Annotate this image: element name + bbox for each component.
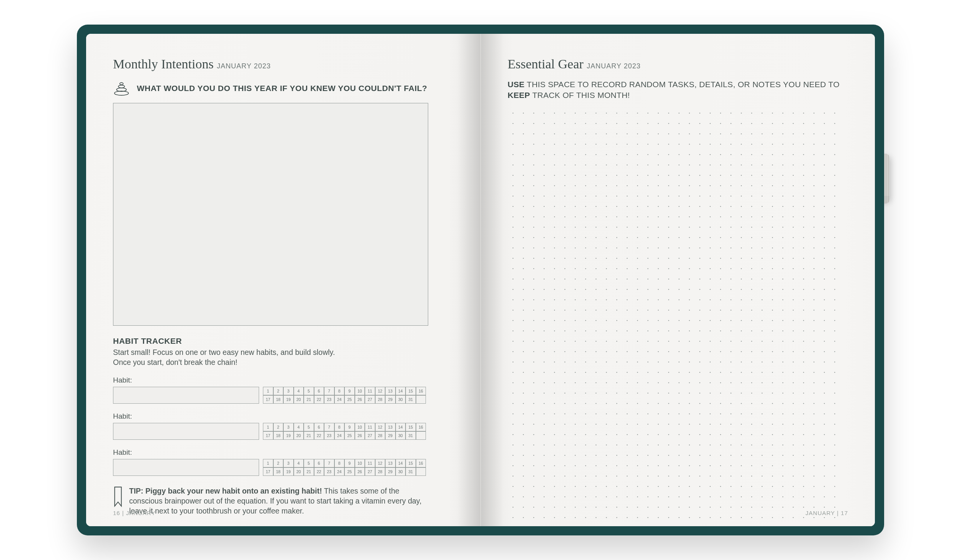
habit-day-cell[interactable]: 18 [273, 395, 284, 404]
habit-day-cell[interactable]: 2 [273, 423, 284, 431]
habit-day-cell[interactable]: 25 [344, 431, 355, 440]
habit-day-cell[interactable]: 30 [396, 431, 406, 440]
habit-day-cell[interactable]: 13 [385, 459, 396, 467]
habit-day-cell[interactable]: 28 [375, 395, 386, 404]
habit-day-cell[interactable]: 30 [396, 395, 406, 404]
habit-day-cell[interactable]: 3 [283, 423, 294, 431]
habit-day-cell[interactable]: 15 [406, 459, 416, 467]
habit-day-cell[interactable]: 6 [314, 459, 324, 467]
habit-day-cell[interactable]: 31 [406, 431, 416, 440]
habit-day-cell[interactable]: 29 [385, 431, 396, 440]
habit-day-cell[interactable]: 14 [396, 459, 406, 467]
habit-day-cell[interactable]: 20 [294, 395, 304, 404]
habit-day-cell[interactable]: 22 [314, 431, 324, 440]
habit-day-cell[interactable]: 13 [385, 387, 396, 395]
habit-day-cell[interactable]: 8 [334, 423, 345, 431]
habit-day-cell[interactable]: 27 [365, 431, 375, 440]
habit-day-cell[interactable]: 20 [294, 467, 304, 476]
habit-day-cell[interactable]: 21 [304, 395, 314, 404]
habit-day-cell[interactable]: 19 [283, 395, 294, 404]
habit-day-cell[interactable]: 2 [273, 387, 284, 395]
habit-day-cell[interactable]: 27 [365, 395, 375, 404]
habit-name-input[interactable] [113, 423, 259, 440]
habit-day-cell[interactable] [416, 395, 426, 404]
habit-day-cell[interactable]: 2 [273, 459, 284, 467]
habit-day-cell[interactable]: 4 [294, 423, 304, 431]
habit-day-cell[interactable]: 1 [263, 459, 273, 467]
habit-day-cell[interactable]: 21 [304, 431, 314, 440]
dot-grid-notes-area[interactable] [508, 108, 842, 519]
habit-day-cell[interactable]: 23 [324, 467, 334, 476]
habit-day-cell[interactable]: 6 [314, 423, 324, 431]
habit-day-cell[interactable]: 5 [304, 459, 314, 467]
habit-day-cell[interactable]: 8 [334, 387, 345, 395]
habit-day-cell[interactable]: 29 [385, 395, 396, 404]
habit-day-cell[interactable]: 10 [355, 459, 365, 467]
habit-day-cell[interactable]: 23 [324, 431, 334, 440]
habit-day-cell[interactable]: 7 [324, 387, 334, 395]
habit-day-cell[interactable]: 9 [344, 387, 355, 395]
habit-day-cell[interactable]: 23 [324, 395, 334, 404]
habit-day-cell[interactable]: 7 [324, 423, 334, 431]
habit-day-cell[interactable]: 24 [334, 395, 345, 404]
habit-day-cell[interactable]: 19 [283, 431, 294, 440]
habit-day-cell[interactable]: 12 [375, 459, 386, 467]
habit-day-cell[interactable]: 11 [365, 387, 375, 395]
habit-day-cell[interactable]: 30 [396, 467, 406, 476]
habit-day-cell[interactable]: 17 [263, 395, 273, 404]
habit-day-cell[interactable]: 4 [294, 387, 304, 395]
habit-day-cell[interactable]: 9 [344, 423, 355, 431]
habit-day-cell[interactable]: 31 [406, 467, 416, 476]
habit-day-cell[interactable]: 13 [385, 423, 396, 431]
habit-day-cell[interactable]: 17 [263, 467, 273, 476]
habit-day-cell[interactable]: 8 [334, 459, 345, 467]
habit-day-cell[interactable]: 15 [406, 423, 416, 431]
habit-day-cell[interactable] [416, 431, 426, 440]
habit-day-cell[interactable]: 28 [375, 431, 386, 440]
habit-name-input[interactable] [113, 459, 259, 476]
habit-day-cell[interactable]: 20 [294, 431, 304, 440]
habit-day-cell[interactable]: 15 [406, 387, 416, 395]
habit-day-cell[interactable]: 3 [283, 387, 294, 395]
habit-day-cell[interactable]: 12 [375, 387, 386, 395]
habit-day-cell[interactable]: 26 [355, 395, 365, 404]
habit-day-cell[interactable]: 26 [355, 467, 365, 476]
habit-day-cell[interactable]: 22 [314, 395, 324, 404]
habit-day-cell[interactable]: 16 [416, 459, 426, 467]
habit-day-cell[interactable]: 31 [406, 395, 416, 404]
habit-day-cell[interactable]: 27 [365, 467, 375, 476]
habit-day-cell[interactable]: 1 [263, 387, 273, 395]
habit-day-cell[interactable]: 12 [375, 423, 386, 431]
habit-day-cell[interactable]: 14 [396, 423, 406, 431]
habit-day-cell[interactable]: 10 [355, 423, 365, 431]
habit-day-cell[interactable]: 28 [375, 467, 386, 476]
habit-day-cell[interactable]: 6 [314, 387, 324, 395]
habit-name-input[interactable] [113, 387, 259, 404]
habit-day-cell[interactable]: 25 [344, 467, 355, 476]
intentions-writing-area[interactable] [113, 103, 428, 326]
habit-day-cell[interactable]: 17 [263, 431, 273, 440]
habit-day-cell[interactable]: 3 [283, 459, 294, 467]
habit-day-cell[interactable]: 19 [283, 467, 294, 476]
habit-day-cell[interactable]: 25 [344, 395, 355, 404]
habit-day-cell[interactable]: 7 [324, 459, 334, 467]
habit-day-cell[interactable]: 18 [273, 431, 284, 440]
habit-day-cell[interactable]: 9 [344, 459, 355, 467]
habit-day-cell[interactable]: 22 [314, 467, 324, 476]
habit-day-cell[interactable]: 10 [355, 387, 365, 395]
habit-day-cell[interactable]: 18 [273, 467, 284, 476]
habit-day-cell[interactable]: 1 [263, 423, 273, 431]
habit-day-cell[interactable]: 4 [294, 459, 304, 467]
habit-day-cell[interactable]: 14 [396, 387, 406, 395]
habit-day-cell[interactable]: 29 [385, 467, 396, 476]
habit-day-cell[interactable]: 5 [304, 387, 314, 395]
habit-day-cell[interactable]: 5 [304, 423, 314, 431]
habit-day-cell[interactable]: 11 [365, 423, 375, 431]
habit-day-cell[interactable]: 24 [334, 467, 345, 476]
habit-day-cell[interactable]: 16 [416, 423, 426, 431]
habit-day-cell[interactable]: 21 [304, 467, 314, 476]
habit-day-cell[interactable]: 16 [416, 387, 426, 395]
habit-day-cell[interactable]: 24 [334, 431, 345, 440]
habit-day-cell[interactable] [416, 467, 426, 476]
habit-day-cell[interactable]: 26 [355, 431, 365, 440]
